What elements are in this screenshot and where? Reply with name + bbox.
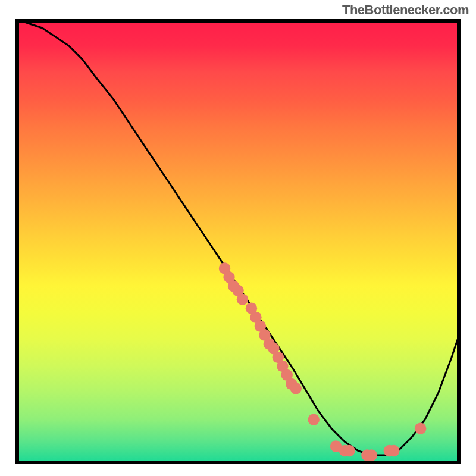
chart-root: TheBottlenecker.com: [0, 0, 476, 476]
scatter-dot: [237, 294, 248, 305]
scatter-dot: [308, 414, 319, 425]
watermark-label: TheBottlenecker.com: [342, 2, 469, 18]
bottleneck-curve: [15, 19, 461, 455]
scatter-dot: [388, 445, 399, 456]
scatter-dots: [219, 262, 427, 461]
scatter-dot: [415, 422, 426, 434]
plot-area: [15, 19, 461, 464]
scatter-dot: [290, 383, 302, 394]
chart-svg: [15, 19, 461, 464]
scatter-dot: [366, 449, 377, 461]
scatter-dot: [343, 445, 355, 456]
